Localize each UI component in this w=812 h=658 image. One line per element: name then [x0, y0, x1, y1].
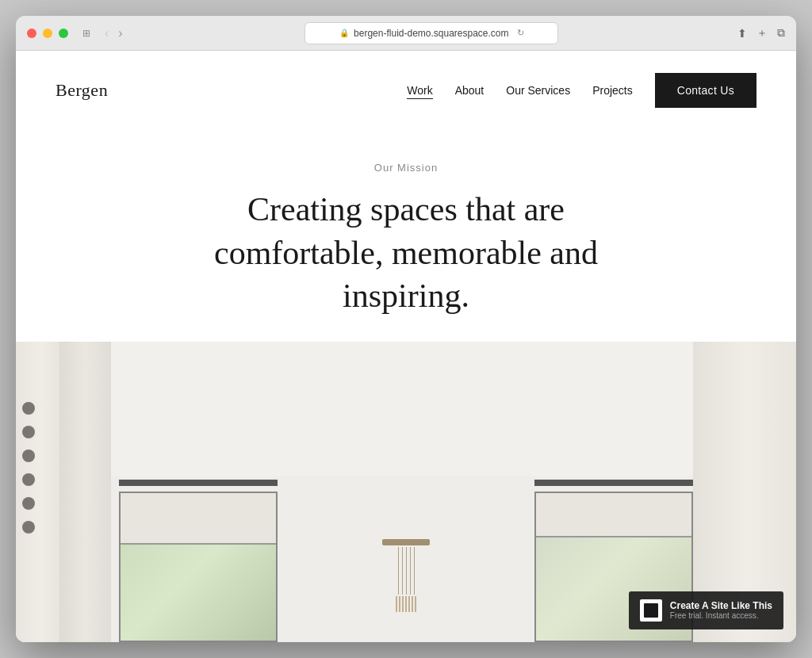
window-shade-right [536, 493, 691, 537]
badge-subtitle: Free trial. Instant access. [670, 611, 772, 621]
site-header: Bergen Work About Our Services Projects … [16, 51, 796, 130]
browser-content: Bergen Work About Our Services Projects … [16, 51, 796, 642]
ring-5 [22, 497, 35, 510]
mac-window: ⊞ ‹ › 🔒 bergen-fluid-demo.squarespace.co… [16, 16, 796, 642]
address-bar[interactable]: 🔒 bergen-fluid-demo.squarespace.com ↻ [304, 22, 558, 44]
tabs-icon[interactable]: ⧉ [777, 26, 785, 40]
ring-1 [22, 402, 35, 415]
curtain-panel-left-2 [59, 342, 111, 642]
window-controls: ⊞ ‹ › [79, 26, 126, 40]
ring-3 [22, 450, 35, 462]
nav-link-services[interactable]: Our Services [506, 84, 570, 97]
hero-headline: Creating spaces that are comfortable, me… [200, 188, 612, 318]
headline-line1: Creating spaces that are [247, 191, 565, 228]
site-nav: Work About Our Services Projects Contact… [407, 73, 756, 108]
traffic-lights [27, 29, 68, 38]
fringe-1 [396, 596, 397, 612]
url-text: bergen-fluid-demo.squarespace.com [354, 28, 508, 39]
string-3 [406, 547, 407, 595]
nav-link-projects[interactable]: Projects [592, 84, 633, 97]
hero-image-section: Create A Site Like This Free trial. Inst… [16, 342, 796, 642]
room-image: Create A Site Like This Free trial. Inst… [16, 342, 796, 642]
toolbar-right: ⬆ ＋ ⧉ [737, 26, 785, 40]
fringe-3 [402, 596, 404, 612]
address-bar-container: 🔒 bergen-fluid-demo.squarespace.com ↻ [134, 22, 730, 44]
back-button[interactable]: ‹ [102, 26, 112, 40]
site-logo[interactable]: Bergen [56, 80, 108, 101]
lock-icon: 🔒 [339, 29, 349, 37]
squarespace-badge[interactable]: Create A Site Like This Free trial. Inst… [629, 591, 783, 629]
curtain-rings [22, 402, 35, 534]
fringe-6 [412, 596, 413, 612]
window-shade-left [121, 493, 276, 545]
string-1 [398, 547, 399, 595]
close-button[interactable] [27, 29, 36, 38]
hanging-top [382, 539, 430, 545]
hanging-fringe [374, 596, 438, 612]
nav-arrows: ‹ › [102, 26, 126, 40]
hero-section: Our Mission Creating spaces that are com… [16, 130, 796, 342]
title-bar: ⊞ ‹ › 🔒 bergen-fluid-demo.squarespace.co… [16, 16, 796, 51]
nav-link-about[interactable]: About [455, 84, 485, 97]
fringe-4 [405, 596, 407, 612]
squarespace-logo [640, 599, 662, 622]
hanging-strings [374, 547, 438, 595]
share-icon[interactable]: ⬆ [737, 27, 747, 40]
string-5 [414, 547, 415, 595]
string-2 [402, 547, 403, 595]
nav-link-work[interactable]: Work [407, 84, 432, 97]
string-4 [410, 547, 411, 595]
contact-us-button[interactable]: Contact Us [655, 73, 756, 108]
mission-label: Our Mission [32, 162, 780, 174]
forward-button[interactable]: › [115, 26, 125, 40]
ring-6 [22, 521, 35, 534]
fringe-7 [415, 596, 416, 612]
ceiling [16, 342, 796, 477]
headline-line3: inspiring. [343, 277, 469, 314]
headline-line2: comfortable, memorable and [214, 235, 598, 271]
minimize-button[interactable] [43, 29, 52, 38]
window-bar-left [119, 480, 278, 486]
window-left [119, 492, 278, 642]
badge-title: Create A Site Like This [670, 600, 772, 611]
window-bar-right [534, 480, 693, 486]
reload-button[interactable]: ↻ [517, 28, 524, 38]
maximize-button[interactable] [59, 29, 68, 38]
ring-4 [22, 473, 35, 486]
left-curtains [16, 342, 119, 642]
decorative-hanging [374, 539, 438, 612]
badge-text: Create A Site Like This Free trial. Inst… [670, 600, 772, 621]
sidebar-toggle[interactable]: ⊞ [79, 26, 94, 40]
squarespace-logo-inner [644, 603, 658, 618]
fringe-5 [408, 596, 410, 612]
new-tab-icon[interactable]: ＋ [756, 26, 768, 40]
ring-2 [22, 426, 35, 438]
fringe-2 [399, 596, 400, 612]
